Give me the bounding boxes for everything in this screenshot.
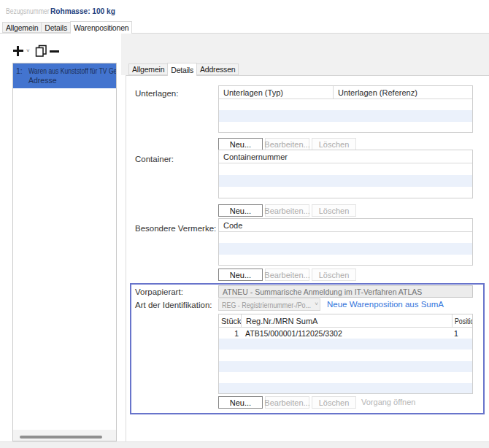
add-position-icon[interactable] [13,46,23,56]
position-list: 1:Waren aus Kunststoff für TV Gerä Adres… [12,63,117,441]
container-loeschen-button[interactable]: Löschen [312,204,356,217]
tab-details[interactable]: Details [41,22,71,33]
main-tab-bar: Allgemein Details Warenpositionen [2,21,131,34]
container-table: Containernummer [218,150,473,198]
vorpapierart-field: ATNEU - Summarische Anmeldung im IT-Verf… [218,285,473,298]
suma-table: Stück Reg.Nr./MRN SumA Positio... 1 ATB1… [218,314,473,394]
suma-neu-button[interactable]: Neu... [218,396,263,409]
suma-row-stueck: 1 [219,329,241,338]
empty-row [219,383,472,394]
container-label: Container: [135,155,174,163]
empty-row [219,372,472,383]
empty-row [219,349,472,360]
copy-position-icon[interactable] [34,45,47,61]
empty-row [219,187,472,198]
suma-bearbeiten-button[interactable]: Bearbeiten... [265,396,309,409]
container-col[interactable]: Containernummer [219,150,472,163]
empty-row [219,243,472,254]
position-list-item[interactable]: 1:Waren aus Kunststoff für TV Gerä Adres… [13,63,116,88]
tab-detail-details[interactable]: Details [167,63,197,76]
suma-col-stueck[interactable]: Stück [219,314,241,327]
vorpapierart-label: Vorpapierart: [135,287,183,296]
tab-warenpositionen[interactable]: Warenpositionen [70,21,132,34]
window-bottom-strip [0,441,489,448]
identifikation-value: REG - Registriernummer-/Po... [222,301,311,309]
unterlagen-col-referenz[interactable]: Unterlagen (Referenz) [333,86,472,99]
position-index: 1: [16,66,28,76]
suma-row[interactable]: 1 ATB15/000001/112025/3302 1 [219,328,472,339]
unterlagen-col-typ[interactable]: Unterlagen (Typ) [219,86,333,99]
suma-col-position-label: Positio... [455,317,472,325]
empty-row [219,232,472,243]
unterlagen-neu-button[interactable]: Neu... [218,138,263,150]
vorgang-oeffnen-button[interactable]: Vorgang öffnen [361,398,415,406]
vermerke-table: Code [218,218,473,266]
vermerke-col[interactable]: Code [219,219,472,231]
combo-chevron-icon: ˅ [313,301,318,307]
identifikation-combobox[interactable]: REG - Registriernummer-/Po... ˅ [218,298,320,311]
empty-row [219,99,472,110]
vermerke-neu-button[interactable]: Neu... [218,269,263,281]
add-dropdown-chevron-icon[interactable]: ˅ [26,47,30,54]
rohmasse-label: Rohmasse: 100 kg [50,7,115,15]
container-bearbeiten-button[interactable]: Bearbeiten... [265,204,309,217]
identifikation-label: Art der Identifikation: [135,301,212,309]
empty-row [219,122,472,133]
tab-detail-addressen[interactable]: Addressen [196,63,239,75]
tab-allgemein[interactable]: Allgemein [2,22,42,33]
suma-col-regnr[interactable]: Reg.Nr./MRN SumA [241,314,452,327]
unterlagen-table: Unterlagen (Typ) Unterlagen (Referenz) [218,85,473,133]
detail-tab-bar: Allgemein Details Addressen [128,63,238,76]
empty-row [219,255,472,266]
position-subtitle: Adresse [16,76,116,85]
suma-row-regnr: ATB15/000001/112025/3302 [241,329,452,338]
vermerke-bearbeiten-button[interactable]: Bearbeiten... [265,269,309,281]
vermerke-loeschen-button[interactable]: Löschen [312,269,356,281]
tab-detail-allgemein[interactable]: Allgemein [128,63,168,75]
vermerke-label: Besondere Vermerke: [135,224,216,233]
suma-col-position[interactable]: Positio... [452,314,472,327]
remove-position-icon[interactable] [50,50,59,53]
suma-loeschen-button[interactable]: Löschen [312,396,356,409]
empty-row [219,110,472,121]
unterlagen-bearbeiten-button[interactable]: Bearbeiten... [265,138,309,150]
suma-row-position: 1 [452,329,472,338]
unterlagen-loeschen-button[interactable]: Löschen [312,138,356,150]
horizontal-scrollbar-thumb[interactable] [20,436,102,439]
empty-row [219,361,472,372]
neue-warenposition-link[interactable]: Neue Warenposition aus SumA [327,300,444,309]
unterlagen-label: Unterlagen: [135,89,178,98]
empty-row [219,339,472,349]
container-neu-button[interactable]: Neu... [218,204,263,217]
empty-row [219,175,472,187]
bezugsnummer-label: Bezugsnummer [6,7,50,15]
position-title: Waren aus Kunststoff für TV Gerä [28,66,116,76]
empty-row [219,163,472,175]
